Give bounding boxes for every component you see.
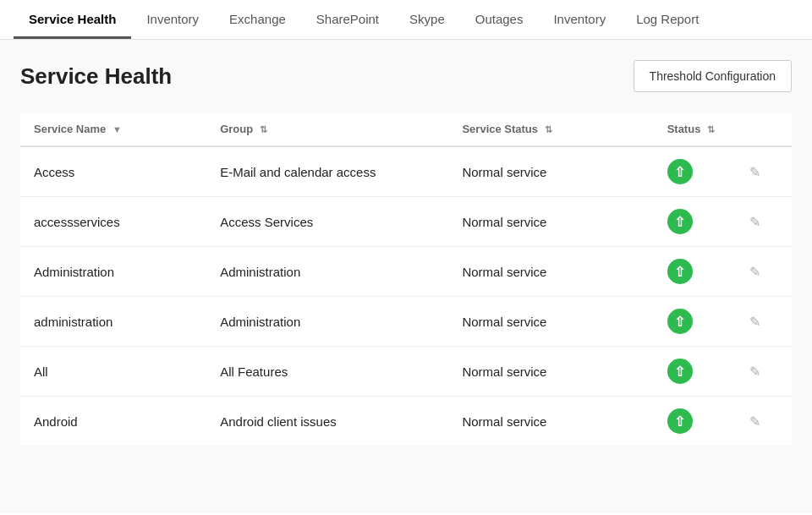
- cell-action[interactable]: ✎: [736, 297, 792, 347]
- nav-item-inventory[interactable]: Inventory: [131, 0, 214, 39]
- status-up-icon: ⇧: [667, 408, 693, 434]
- table-row: Android Android client issues Normal ser…: [20, 397, 792, 447]
- nav-item-sharepoint[interactable]: SharePoint: [301, 0, 394, 39]
- cell-status: ⇧: [654, 146, 736, 197]
- table-header-row: Service Name ▼ Group ⇅ Service Status ⇅ …: [20, 112, 792, 146]
- nav-item-service-health[interactable]: Service Health: [14, 0, 131, 39]
- cell-service-name: Administration: [20, 247, 206, 297]
- sort-icon-status: ⇅: [707, 124, 715, 135]
- col-header-service-name[interactable]: Service Name ▼: [20, 112, 206, 146]
- cell-action[interactable]: ✎: [736, 197, 792, 247]
- cell-group: Administration: [206, 297, 448, 347]
- table-row: All All Features Normal service ⇧ ✎: [20, 347, 792, 397]
- cell-service-status: Normal service: [448, 397, 653, 447]
- cell-group: Access Services: [206, 197, 448, 247]
- cell-action[interactable]: ✎: [736, 397, 792, 447]
- col-header-group[interactable]: Group ⇅: [206, 112, 448, 146]
- cell-service-name: administration: [20, 297, 206, 347]
- nav-item-outages[interactable]: Outages: [460, 0, 539, 39]
- edit-icon[interactable]: ✎: [749, 364, 760, 379]
- status-up-icon: ⇧: [667, 259, 693, 284]
- cell-status: ⇧: [654, 397, 736, 447]
- cell-group: E-Mail and calendar access: [206, 146, 448, 197]
- table-row: Administration Administration Normal ser…: [20, 247, 792, 297]
- cell-status: ⇧: [654, 247, 736, 297]
- edit-icon[interactable]: ✎: [749, 315, 760, 329]
- edit-icon[interactable]: ✎: [749, 414, 760, 429]
- col-header-service-status[interactable]: Service Status ⇅: [448, 112, 653, 146]
- page-header: Service Health Threshold Configuration: [20, 60, 792, 92]
- sort-icon-group: ⇅: [260, 124, 267, 135]
- cell-service-name: All: [20, 347, 206, 397]
- cell-service-name: Access: [20, 146, 206, 197]
- edit-icon[interactable]: ✎: [749, 215, 760, 229]
- cell-service-name: accessservices: [20, 197, 206, 247]
- nav-item-exchange[interactable]: Exchange: [214, 0, 301, 39]
- cell-service-status: Normal service: [448, 297, 653, 347]
- sort-icon-service-name: ▼: [112, 124, 122, 134]
- cell-service-status: Normal service: [448, 247, 653, 297]
- sort-icon-service-status: ⇅: [545, 124, 552, 135]
- table-row: administration Administration Normal ser…: [20, 297, 792, 347]
- status-up-icon: ⇧: [667, 309, 693, 334]
- nav-item-log-report[interactable]: Log Report: [621, 0, 714, 39]
- table-row: Access E-Mail and calendar access Normal…: [20, 146, 792, 197]
- table-row: accessservices Access Services Normal se…: [20, 197, 792, 247]
- cell-action[interactable]: ✎: [736, 347, 792, 397]
- cell-service-status: Normal service: [448, 197, 653, 247]
- cell-action[interactable]: ✎: [736, 247, 792, 297]
- cell-status: ⇧: [654, 347, 736, 397]
- top-nav: Service Health Inventory Exchange ShareP…: [0, 0, 812, 40]
- threshold-configuration-button[interactable]: Threshold Configuration: [634, 60, 792, 92]
- status-up-icon: ⇧: [667, 359, 693, 384]
- cell-service-status: Normal service: [448, 347, 653, 397]
- nav-item-inventory2[interactable]: Inventory: [538, 0, 621, 39]
- cell-group: All Features: [206, 347, 448, 397]
- page-content: Service Health Threshold Configuration S…: [0, 40, 812, 513]
- cell-group: Administration: [206, 247, 448, 297]
- status-up-icon: ⇧: [667, 209, 693, 234]
- cell-service-status: Normal service: [448, 146, 653, 197]
- cell-group: Android client issues: [206, 397, 448, 447]
- page-title: Service Health: [20, 63, 172, 90]
- edit-icon[interactable]: ✎: [749, 165, 760, 179]
- status-up-icon: ⇧: [667, 159, 693, 184]
- cell-action[interactable]: ✎: [736, 146, 792, 197]
- nav-item-skype[interactable]: Skype: [394, 0, 460, 39]
- service-health-table: Service Name ▼ Group ⇅ Service Status ⇅ …: [20, 112, 792, 446]
- edit-icon[interactable]: ✎: [749, 265, 760, 279]
- cell-status: ⇧: [654, 297, 736, 347]
- col-header-action: [736, 112, 792, 146]
- cell-status: ⇧: [654, 197, 736, 247]
- cell-service-name: Android: [20, 397, 206, 447]
- col-header-status[interactable]: Status ⇅: [654, 112, 736, 146]
